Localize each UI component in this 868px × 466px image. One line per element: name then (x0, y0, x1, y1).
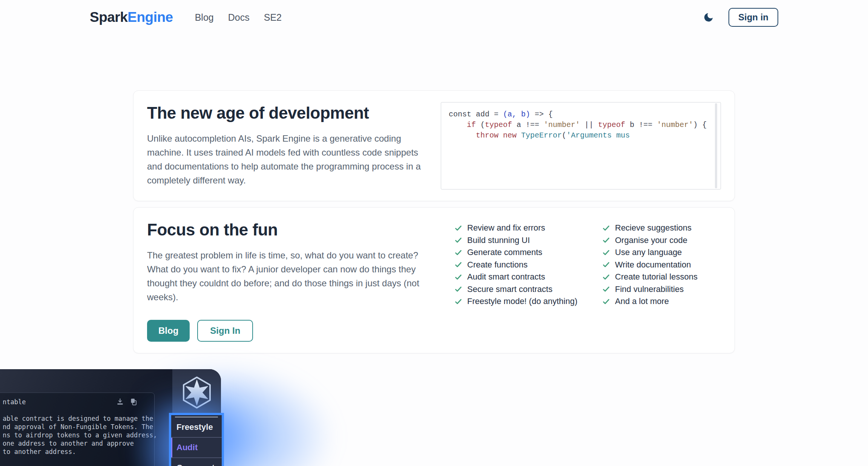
app-screenshot: ntable able contract is designed to mana… (0, 369, 377, 466)
blog-button[interactable]: Blog (147, 320, 190, 342)
terminal-actions (116, 398, 138, 406)
feature-label: Generate comments (467, 248, 542, 257)
code-token: typeof (598, 121, 625, 129)
terminal-header: ntable (0, 393, 154, 406)
code-token: a !== (512, 121, 544, 129)
check-icon (602, 236, 610, 244)
feature-item: Build stunning UI (454, 234, 582, 247)
code-token: TypeError (521, 131, 562, 140)
code-token (449, 121, 467, 129)
check-icon (602, 298, 610, 306)
check-icon (454, 285, 462, 293)
check-icon (454, 224, 462, 232)
brand-logo[interactable]: SparkEngine (90, 9, 173, 25)
code-token: => { (530, 110, 553, 119)
code-token: throw (476, 131, 498, 140)
feature-label: Write documentation (615, 260, 691, 270)
code-line: throw new TypeError('Arguments mus (449, 130, 708, 141)
code-token: 'number' (544, 121, 580, 129)
code-token: ( (476, 121, 485, 129)
terminal-line: able contract is designed to manage the (3, 414, 154, 423)
check-icon (454, 298, 462, 306)
check-icon (602, 273, 610, 281)
feature-label: Recieve suggestions (615, 223, 692, 233)
feature-label: Freestyle mode! (do anything) (467, 296, 577, 306)
features-column-2: Recieve suggestionsOrganise your codeUse… (602, 222, 698, 342)
code-token: ) { (693, 121, 707, 129)
feature-item: Secure smart contracts (454, 283, 582, 296)
code-token: || (580, 121, 598, 129)
code-line: const add = (a, b) => { (449, 109, 708, 120)
feature-label: Use any language (615, 248, 682, 257)
feature-item: Recieve suggestions (602, 222, 698, 234)
inner-blue-glow (119, 396, 221, 466)
feature-label: And a lot more (615, 296, 669, 306)
terminal-line: ns to airdrop tokens to a given address, (3, 431, 154, 439)
feature-item: And a lot more (602, 295, 698, 308)
check-icon (602, 261, 610, 269)
feature-item: Generate comments (454, 246, 582, 259)
check-icon (602, 224, 610, 232)
code-token: 'Arguments mus (566, 131, 630, 140)
fun-paragraph: The greatest problem in life is time, so… (147, 248, 436, 304)
nav-link-blog[interactable]: Blog (195, 12, 214, 23)
code-sample-textarea[interactable]: const add = (a, b) => { if (typeof a !==… (441, 102, 721, 189)
menu-item-comment: Comment (171, 458, 222, 466)
main-nav: BlogDocsSE2 (195, 12, 282, 23)
code-token: ( (562, 131, 566, 140)
feature-item: Freestyle mode! (do anything) (454, 295, 582, 308)
features-lists: Review and fix errorsBuild stunning UIGe… (454, 219, 698, 342)
menu-item-freestyle: Freestyle (171, 417, 222, 438)
feature-item: Review and fix errors (454, 222, 582, 234)
check-icon (602, 285, 610, 293)
feature-item: Create functions (454, 259, 582, 271)
hero-title: The new age of development (147, 104, 441, 122)
feature-label: Find vulnerabilities (615, 284, 684, 294)
code-line: if (typeof a !== 'number' || typeof b !=… (449, 120, 708, 130)
theme-toggle-button[interactable] (701, 10, 716, 24)
nav-link-se2[interactable]: SE2 (264, 12, 282, 23)
blue-glow (162, 360, 339, 466)
terminal-label: ntable (3, 398, 26, 406)
feature-label: Audit smart contracts (467, 272, 545, 282)
nav-link-docs[interactable]: Docs (228, 12, 250, 23)
code-token: (a, b) (503, 110, 530, 119)
features-column-1: Review and fix errorsBuild stunning UIGe… (454, 222, 582, 342)
check-icon (454, 249, 462, 257)
header-sign-in-button[interactable]: Sign in (728, 8, 778, 27)
mode-menu: FreestyleAuditComment (169, 413, 224, 466)
screenshot-terminal: ntable able contract is designed to mana… (0, 393, 155, 466)
feature-item: Use any language (602, 246, 698, 259)
code-token (498, 131, 503, 140)
check-icon (454, 261, 462, 269)
check-icon (602, 249, 610, 257)
terminal-line: to another address. (3, 448, 154, 456)
code-token: if (467, 121, 476, 129)
menu-item-audit: Audit (171, 438, 222, 458)
screenshot-sidebar (172, 369, 221, 466)
feature-item: Organise your code (602, 234, 698, 247)
sign-in-button[interactable]: Sign In (197, 320, 253, 342)
code-token (449, 131, 476, 140)
code-token: b !== (625, 121, 657, 129)
feature-label: Secure smart contracts (467, 284, 552, 294)
terminal-line: nd approval of Non-Fungible Tokens. The (3, 423, 154, 431)
moon-icon (703, 12, 714, 23)
download-icon (116, 398, 124, 406)
terminal-line: one address to another and approve (3, 439, 154, 448)
fun-text-column: Focus on the fun The greatest problem in… (147, 219, 441, 342)
header: SparkEngine BlogDocsSE2 Sign in (0, 0, 868, 35)
copy-icon (130, 398, 138, 406)
brand-engine: Engine (127, 9, 173, 25)
hero-paragraph: Unlike autocompletion AIs, Spark Engine … (147, 131, 436, 187)
feature-item: Find vulnerabilities (602, 283, 698, 296)
hero-card: The new age of development Unlike autoco… (133, 90, 735, 201)
feature-item: Audit smart contracts (454, 271, 582, 283)
code-token: new (503, 131, 517, 140)
feature-item: Write documentation (602, 259, 698, 271)
feature-label: Build stunning UI (467, 235, 530, 245)
fun-card: Focus on the fun The greatest problem in… (133, 207, 735, 353)
screenshot-dark-panel: ntable able contract is designed to mana… (0, 369, 221, 466)
code-token: typeof (485, 121, 512, 129)
code-token: const add = (449, 110, 503, 119)
